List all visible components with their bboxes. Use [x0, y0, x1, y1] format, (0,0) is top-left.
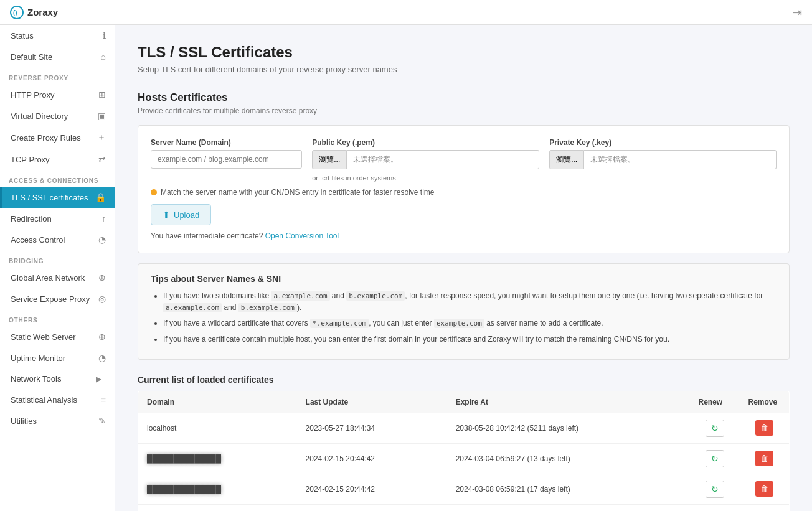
tip-3: If you have a certificate contain multip…	[163, 334, 777, 345]
private-key-group: Private Key (.key) 瀏覽... 未選擇檔案。	[549, 138, 777, 182]
sidebar-item-uptime-monitor[interactable]: Uptime Monitor ◔	[0, 347, 115, 368]
tips-box: Tips about Server Names & SNI If you hav…	[138, 263, 790, 360]
globe-icon: ⊕	[98, 273, 106, 283]
section-access-connections: ACCESS & CONNECTIONS	[0, 170, 115, 187]
server-name-input[interactable]	[151, 150, 302, 169]
app-name: Zoraxy	[27, 7, 58, 17]
sidebar-item-service-expose-proxy[interactable]: Service Expose Proxy ◎	[0, 288, 115, 309]
plus-icon: ＋	[97, 132, 106, 143]
timer-icon: ◔	[98, 353, 106, 363]
public-key-file-wrapper: 瀏覽... 未選擇檔案。	[312, 150, 539, 169]
transfer-icon: ⇄	[98, 154, 106, 164]
server-name-label: Server Name (Domain)	[151, 138, 302, 147]
cert-renew-cell: ↻	[690, 443, 740, 474]
cert-domain: localhost	[138, 413, 297, 443]
cert-remove-cell: 🗑	[740, 413, 790, 443]
folder-icon: ▣	[98, 111, 106, 121]
public-key-label: Public Key (.pem)	[312, 138, 539, 147]
remove-button[interactable]: 🗑	[755, 420, 773, 436]
logout-icon[interactable]: ⇥	[793, 6, 802, 19]
private-key-filename: 未選擇檔案。	[584, 150, 777, 169]
cert-expire-at: 2038-05-28 10:42:42 (5211 days left)	[447, 413, 690, 443]
th-domain: Domain	[138, 391, 297, 413]
cert-renew-cell: ↻	[690, 474, 740, 504]
cert-last-update: 2024-02-15 20:44:42	[297, 504, 447, 511]
private-key-file-wrapper: 瀏覽... 未選擇檔案。	[549, 150, 777, 169]
sidebar-item-global-network[interactable]: Global Area Network ⊕	[0, 267, 115, 288]
tip-2: If you have a wildcard certificate that …	[163, 317, 777, 329]
tips-title: Tips about Server Names & SNI	[151, 274, 777, 284]
terminal-icon: ▶_	[96, 375, 106, 383]
sidebar-item-statistical-analysis[interactable]: Statistical Analysis ≡	[0, 389, 115, 410]
cert-remove-cell: 🗑	[740, 474, 790, 504]
app-logo: () Zoraxy	[10, 6, 58, 19]
sidebar-item-virtual-directory[interactable]: Virtual Directory ▣	[0, 105, 115, 126]
table-row: ██████████████2024-02-15 20:44:422024-03…	[138, 504, 790, 511]
section-bridging: BRIDGING	[0, 250, 115, 267]
open-conversion-tool-link[interactable]: Open Conversion Tool	[265, 232, 339, 240]
cert-expire-at: 2024-03-04 06:59:27 (13 days left)	[447, 443, 690, 474]
sidebar-item-redirection[interactable]: Redirection ↑	[0, 208, 115, 229]
remove-button[interactable]: 🗑	[755, 451, 773, 466]
certificates-table: Domain Last Update Expire At Renew Remov…	[138, 391, 790, 511]
public-key-hint: or .crt files in order systems	[312, 174, 539, 182]
table-row: ██████████████2024-02-15 20:44:422024-03…	[138, 474, 790, 504]
page-title: TLS / SSL Certificates	[138, 44, 790, 61]
cert-upload-form: Server Name (Domain) Public Key (.pem) 瀏…	[138, 125, 790, 253]
hosts-cert-desc: Provide certificates for multiple domain…	[138, 106, 790, 115]
topbar: () Zoraxy ⇥	[0, 0, 812, 25]
cert-domain: ██████████████	[138, 474, 297, 504]
th-last-update: Last Update	[297, 391, 447, 413]
renew-button[interactable]: ↻	[706, 450, 724, 467]
cert-domain: ██████████████	[138, 443, 297, 474]
section-others: OTHERS	[0, 309, 115, 326]
tip-1: If you have two subdomains like a.exampl…	[163, 290, 777, 314]
sidebar-item-tls-ssl[interactable]: TLS / SSL certificates 🔒	[0, 187, 115, 208]
topbar-actions: ⇥	[793, 6, 802, 19]
sidebar-item-http-proxy[interactable]: HTTP Proxy ⊞	[0, 84, 115, 105]
intermediate-note: You have intermediate certificate? Open …	[151, 232, 777, 240]
cert-renew-cell: ↻	[690, 504, 740, 511]
tips-list: If you have two subdomains like a.exampl…	[151, 290, 777, 345]
cert-last-update: 2023-05-27 18:44:34	[297, 413, 447, 443]
sidebar-item-default-site[interactable]: Default Site ⌂	[0, 46, 115, 67]
upload-button[interactable]: ⬆ Upload	[151, 204, 211, 225]
sidebar-item-static-web-server[interactable]: Static Web Server ⊕	[0, 326, 115, 347]
table-row: localhost2023-05-27 18:44:342038-05-28 1…	[138, 413, 790, 443]
remove-button[interactable]: 🗑	[755, 481, 773, 497]
globe-small-icon: ⊕	[98, 332, 106, 342]
sidebar-item-status[interactable]: Status ℹ	[0, 25, 115, 46]
sidebar: Status ℹ Default Site ⌂ REVERSE PROXY HT…	[0, 25, 115, 511]
sidebar-item-utilities[interactable]: Utilities ✎	[0, 410, 115, 431]
public-key-browse-btn[interactable]: 瀏覽...	[312, 150, 347, 169]
sidebar-item-tcp-proxy[interactable]: TCP Proxy ⇄	[0, 149, 115, 170]
renew-button[interactable]: ↻	[706, 420, 724, 437]
renew-button[interactable]: ↻	[706, 481, 724, 498]
th-renew: Renew	[690, 391, 740, 413]
arrow-up-icon: ↑	[102, 213, 106, 223]
sidebar-item-create-proxy-rules[interactable]: Create Proxy Rules ＋	[0, 126, 115, 149]
cert-renew-cell: ↻	[690, 413, 740, 443]
server-name-group: Server Name (Domain)	[151, 138, 302, 182]
cert-domain: ██████████████	[138, 504, 297, 511]
chart-icon: ≡	[101, 395, 106, 405]
th-remove: Remove	[740, 391, 790, 413]
warning-dot-icon	[151, 189, 157, 195]
private-key-label: Private Key (.key)	[549, 138, 777, 147]
info-icon: ℹ	[103, 30, 106, 40]
logo-icon: ()	[10, 6, 24, 19]
current-list-title: Current list of loaded certificates	[138, 375, 790, 385]
cert-remove-cell: 🗑	[740, 443, 790, 474]
th-expire-at: Expire At	[447, 391, 690, 413]
private-key-browse-btn[interactable]: 瀏覽...	[549, 150, 584, 169]
section-reverse-proxy: REVERSE PROXY	[0, 67, 115, 84]
lock-icon: 🔒	[95, 192, 106, 202]
circle-icon: ◎	[98, 294, 106, 304]
sidebar-item-access-control[interactable]: Access Control ◔	[0, 229, 115, 250]
pencil-icon: ✎	[98, 416, 106, 426]
cert-last-update: 2024-02-15 20:44:42	[297, 474, 447, 504]
home-icon: ⌂	[101, 52, 106, 62]
cert-expire-at: 2024-03-08 06:59:21 (17 days left)	[447, 474, 690, 504]
upload-label: Upload	[174, 210, 199, 220]
sidebar-item-network-tools[interactable]: Network Tools ▶_	[0, 368, 115, 389]
